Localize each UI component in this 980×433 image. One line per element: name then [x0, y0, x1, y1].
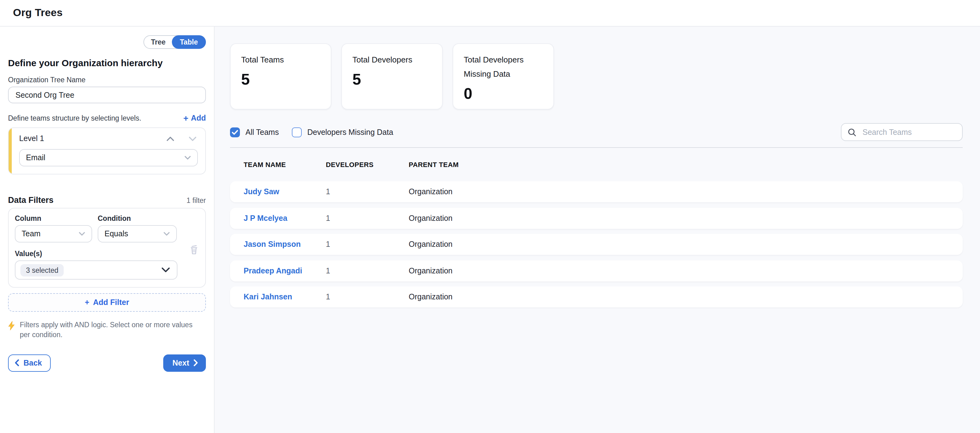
checkbox-checked-icon[interactable] — [230, 127, 240, 137]
stat-card-total-developers: Total Developers 5 — [341, 43, 443, 110]
team-name-link[interactable]: J P Mcelyea — [243, 214, 326, 222]
chevron-down-icon — [78, 231, 85, 236]
data-filters-heading: Data Filters — [8, 196, 54, 205]
main-content: Total Teams 5 Total Developers 5 Total D… — [215, 27, 980, 433]
search-icon — [848, 128, 856, 136]
filter-card: Column Team Condition Equals — [8, 208, 206, 288]
developers-cell: 1 — [326, 266, 409, 275]
stat-label: Total Teams — [241, 53, 320, 67]
next-button[interactable]: Next — [163, 354, 206, 371]
checkbox-label: Developers Missing Data — [307, 128, 393, 136]
chevron-left-icon — [15, 360, 19, 366]
chevron-down-icon — [184, 155, 191, 160]
column-label: Column — [15, 215, 92, 222]
delete-filter-button[interactable] — [189, 244, 200, 255]
developers-cell: 1 — [326, 188, 409, 196]
values-label: Value(s) — [15, 250, 199, 257]
level-card: Level 1 Email — [8, 127, 206, 174]
stat-card-total-teams: Total Teams 5 — [230, 43, 331, 110]
page-header: Org Trees — [0, 0, 980, 27]
parent-team-cell: Organization — [409, 293, 963, 301]
filters-note: Filters apply with AND logic. Select one… — [20, 320, 194, 340]
developers-missing-data-checkbox[interactable]: Developers Missing Data — [292, 127, 393, 137]
level-column-select[interactable]: Email — [19, 149, 198, 166]
toggle-table-option[interactable]: Table — [172, 35, 206, 49]
tree-table-toggle[interactable]: Tree Table — [143, 35, 206, 49]
team-name-link[interactable]: Pradeep Angadi — [243, 266, 326, 275]
hierarchy-heading: Define your Organization hierarchy — [8, 57, 206, 68]
parent-team-cell: Organization — [409, 188, 963, 196]
tree-name-value: Second Org Tree — [16, 91, 74, 99]
chevron-down-icon[interactable] — [189, 136, 197, 141]
filter-values-select[interactable]: 3 selected — [15, 260, 177, 280]
add-filter-button[interactable]: + Add Filter — [8, 293, 206, 312]
chevron-up-icon[interactable] — [166, 136, 174, 141]
table-row[interactable]: Jason Simpson 1 Organization — [230, 234, 963, 255]
parent-team-cell: Organization — [409, 240, 963, 249]
table-row[interactable]: J P Mcelyea 1 Organization — [230, 207, 963, 229]
lightning-icon — [8, 321, 15, 340]
column-header-developers: DEVELOPERS — [326, 161, 409, 168]
chevron-right-icon — [194, 360, 198, 366]
all-teams-checkbox[interactable]: All Teams — [230, 127, 279, 137]
chevron-down-icon — [161, 267, 170, 273]
tree-name-label: Organization Tree Name — [8, 76, 206, 83]
level-title: Level 1 — [19, 134, 44, 143]
filter-condition-select[interactable]: Equals — [98, 225, 177, 242]
tree-name-input[interactable]: Second Org Tree — [8, 87, 206, 103]
stat-card-developers-missing-data: Total Developers Missing Data 0 — [453, 43, 554, 110]
org-trees-app: Org Trees Tree Table Define your Organiz… — [0, 0, 980, 433]
plus-icon: + — [183, 114, 188, 123]
parent-team-cell: Organization — [409, 214, 963, 222]
team-name-link[interactable]: Jason Simpson — [243, 240, 326, 249]
stat-value: 5 — [352, 70, 431, 88]
condition-label: Condition — [98, 215, 177, 222]
column-header-parent-team: PARENT TEAM — [409, 161, 963, 168]
table-row[interactable]: Judy Saw 1 Organization — [230, 181, 963, 202]
filter-count-badge: 1 filter — [186, 197, 206, 204]
sidebar: Tree Table Define your Organization hier… — [0, 27, 215, 433]
team-name-link[interactable]: Judy Saw — [243, 188, 326, 196]
stat-value: 0 — [464, 84, 543, 102]
teams-table: TEAM NAME DEVELOPERS PARENT TEAM Judy Sa… — [230, 147, 963, 307]
checkbox-label: All Teams — [245, 128, 279, 136]
add-level-button[interactable]: + Add — [183, 114, 206, 123]
team-name-link[interactable]: Kari Jahnsen — [243, 293, 326, 301]
table-row[interactable]: Kari Jahnsen 1 Organization — [230, 287, 963, 307]
plus-icon: + — [85, 298, 89, 307]
developers-cell: 1 — [326, 214, 409, 222]
toggle-tree-option[interactable]: Tree — [144, 36, 172, 48]
selected-values-chip: 3 selected — [21, 264, 64, 276]
chevron-down-icon — [163, 231, 170, 236]
filter-column-select[interactable]: Team — [15, 225, 92, 242]
developers-cell: 1 — [326, 240, 409, 249]
page-title: Org Trees — [13, 7, 63, 19]
checkbox-unchecked-icon[interactable] — [292, 127, 302, 137]
parent-team-cell: Organization — [409, 266, 963, 275]
column-header-team-name: TEAM NAME — [243, 161, 326, 168]
stat-label: Total Developers Missing Data — [464, 53, 543, 81]
stat-label: Total Developers — [352, 53, 431, 67]
search-teams-box[interactable] — [841, 123, 963, 141]
table-row[interactable]: Pradeep Angadi 1 Organization — [230, 260, 963, 281]
stat-value: 5 — [241, 70, 320, 88]
back-button[interactable]: Back — [8, 354, 51, 371]
developers-cell: 1 — [326, 293, 409, 301]
trash-icon — [189, 244, 199, 255]
search-teams-input[interactable] — [861, 127, 963, 137]
levels-hint: Define teams structure by selecting leve… — [8, 115, 141, 122]
